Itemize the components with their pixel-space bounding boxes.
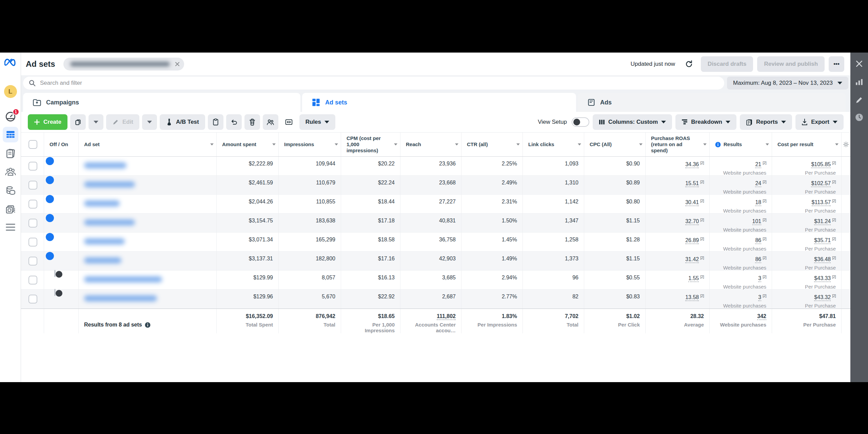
breakdown-button[interactable]: Breakdown [675,114,736,130]
roas-value[interactable]: 15.51 [685,180,699,187]
ad-set-name-blurred-link[interactable] [84,295,157,301]
roas-value[interactable]: 32.70 [685,218,699,225]
sort-icon[interactable] [639,143,643,145]
cost-value[interactable]: $35.71 [814,237,831,244]
history-clock-icon[interactable] [855,113,864,122]
sort-icon[interactable] [516,143,520,145]
refresh-icon[interactable] [681,60,697,68]
search-input[interactable] [40,80,243,86]
applied-filter-pill[interactable] [63,58,184,71]
rules-button[interactable]: Rules [299,114,335,130]
results-value[interactable]: 18 [755,199,761,206]
row-checkbox[interactable] [28,162,37,171]
row-checkbox[interactable] [28,219,37,228]
cost-value[interactable]: $113.57 [812,199,831,206]
sort-icon[interactable] [766,143,769,145]
sort-icon[interactable] [455,143,458,145]
row-checkbox[interactable] [28,200,37,209]
cost-value[interactable]: $31.24 [814,218,831,225]
row-checkbox[interactable] [28,238,37,246]
sort-icon[interactable] [835,143,839,145]
create-button[interactable]: Create [28,114,67,130]
results-value[interactable]: 86 [755,237,761,244]
results-value[interactable]: 101 [752,218,762,225]
edit-pencil-icon[interactable] [855,96,863,104]
column-header-cpm[interactable]: CPM (cost per 1,000 impressions) [341,133,400,156]
column-header-reach[interactable]: Reach [400,133,461,156]
column-header-cost[interactable]: Cost per result [772,133,841,156]
search-bar[interactable] [23,77,724,90]
sort-icon[interactable] [335,143,338,145]
results-value[interactable]: 86 [755,256,761,263]
cost-value[interactable]: $43.32 [814,294,831,301]
edit-button[interactable]: Edit [106,114,139,130]
roas-value[interactable]: 13.58 [685,294,699,301]
sidebar-item-ads-manager-selected[interactable] [3,127,18,142]
roas-value[interactable]: 1.55 [688,275,699,282]
ad-set-name-blurred-link[interactable] [84,276,162,282]
close-icon[interactable] [855,60,863,67]
sort-icon[interactable] [394,143,397,145]
ad-set-name-blurred-link[interactable] [84,238,125,244]
sort-icon[interactable] [210,143,214,145]
cost-value[interactable]: $36.48 [814,256,831,263]
ab-test-button[interactable]: A/B Test [160,114,205,130]
column-header-link_clicks[interactable]: Link clicks [522,133,584,156]
cost-value[interactable]: $43.33 [814,275,831,282]
compare-attribution-button[interactable] [281,114,297,130]
ad-set-name-blurred-link[interactable] [84,200,120,206]
gear-icon[interactable] [843,141,849,148]
tab-campaigns[interactable]: Campaigns [23,93,300,112]
results-value[interactable]: 3 [758,294,761,301]
results-value[interactable]: 24 [755,180,761,187]
summary-value[interactable]: 342 [757,313,766,320]
more-options-button[interactable]: ••• [829,56,844,72]
remove-filter-icon[interactable] [175,61,180,67]
column-header-amount[interactable]: Amount spent [216,133,278,156]
cost-value[interactable]: $105.85 [811,161,831,168]
ad-set-status-toggle-off[interactable] [54,270,56,277]
column-header-cpc[interactable]: CPC (All) [584,133,645,156]
sidebar-item-ads-reporting-icon[interactable] [5,148,16,159]
roas-value[interactable]: 30.41 [685,199,699,206]
column-header-name[interactable]: Ad set [78,133,216,156]
discard-drafts-button[interactable]: Discard drafts [701,56,753,72]
assign-people-button[interactable] [263,114,278,130]
notifications-icon[interactable]: 1 [5,111,16,122]
results-value[interactable]: 21 [755,161,761,168]
sort-icon[interactable] [578,143,581,145]
info-icon[interactable] [145,322,151,328]
row-checkbox[interactable] [28,276,37,284]
sidebar-item-billing-icon[interactable] [5,185,16,196]
row-checkbox[interactable] [28,181,37,190]
sidebar-item-media-library-icon[interactable] [5,204,16,215]
meta-logo[interactable] [4,58,17,67]
ad-set-name-blurred-link[interactable] [84,181,135,188]
pin-clipboard-button[interactable] [208,114,223,130]
ad-set-name-blurred-link[interactable] [84,257,121,263]
sort-icon[interactable] [272,143,276,145]
export-button[interactable]: Export [795,114,844,130]
duplicate-button[interactable] [70,114,86,130]
undo-button[interactable] [226,114,242,130]
all-tools-menu-icon[interactable] [5,223,16,231]
tab-ads[interactable]: Ads [578,93,846,112]
sidebar-item-audiences-icon[interactable] [5,166,16,177]
sort-icon[interactable] [703,143,707,145]
summary-value[interactable]: 111,802 [437,313,456,320]
row-checkbox[interactable] [28,257,37,265]
roas-value[interactable]: 34.36 [685,161,699,168]
date-range-selector[interactable]: Maximum: Aug 8, 2023 – Nov 13, 2023 [727,77,848,90]
avatar[interactable]: L [4,85,17,98]
column-header-ctr[interactable]: CTR (all) [461,133,522,156]
select-all-checkbox[interactable] [28,140,37,149]
charts-insights-icon[interactable] [855,78,863,86]
column-header-impressions[interactable]: Impressions [278,133,341,156]
cost-value[interactable]: $102.57 [811,180,831,187]
duplicate-dropdown[interactable] [88,114,103,130]
ad-set-name-blurred-link[interactable] [84,162,126,169]
roas-value[interactable]: 31.42 [685,256,699,263]
column-header-results[interactable]: Results [709,133,772,156]
roas-value[interactable]: 26.89 [685,237,699,244]
tab-ad-sets-selected[interactable]: Ad sets [302,93,576,112]
